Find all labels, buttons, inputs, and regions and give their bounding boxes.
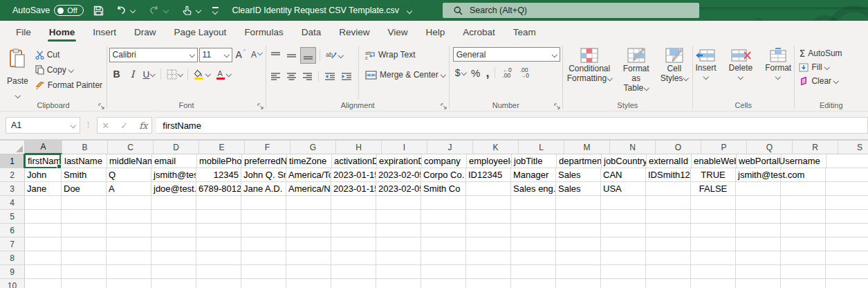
touch-mode-button[interactable] xyxy=(180,3,203,18)
format-cells-button[interactable]: Format xyxy=(761,46,795,99)
column-header-C[interactable]: C xyxy=(108,141,154,154)
cell-E1[interactable]: mobilePhone xyxy=(197,154,242,168)
cell-C8[interactable] xyxy=(107,251,151,265)
cell-Q1[interactable]: webPortalUsername xyxy=(737,154,782,168)
cell-I6[interactable] xyxy=(376,224,421,237)
row-header-9[interactable]: 9 xyxy=(0,265,25,279)
cell-O10[interactable] xyxy=(646,279,691,288)
cell-I9[interactable] xyxy=(376,265,421,279)
cell-C3[interactable]: A xyxy=(107,182,151,196)
cell-K9[interactable] xyxy=(466,265,511,279)
cell-P1[interactable]: enableWebPortal xyxy=(692,154,737,168)
cell-I5[interactable] xyxy=(376,210,421,224)
cell-F4[interactable] xyxy=(241,196,286,210)
tab-review[interactable]: Review xyxy=(330,21,378,43)
cell-C1[interactable]: middleName xyxy=(107,154,152,168)
cell-E10[interactable] xyxy=(196,279,241,288)
column-header-N[interactable]: N xyxy=(610,141,656,154)
conditional-formatting-button[interactable]: Conditional Formatting xyxy=(563,46,616,99)
decrease-font-button[interactable]: A xyxy=(249,47,264,62)
delete-cells-button[interactable]: Delete xyxy=(725,46,757,99)
cell-I4[interactable] xyxy=(376,196,421,210)
cell-P6[interactable] xyxy=(691,224,736,237)
cell-N4[interactable] xyxy=(601,196,646,210)
orientation-button[interactable]: ab xyxy=(324,48,345,63)
cell-P9[interactable] xyxy=(691,265,736,279)
cell-I2[interactable]: 2023-02-05 xyxy=(376,168,421,182)
cell-S7[interactable] xyxy=(826,237,868,251)
fill-color-button[interactable] xyxy=(192,66,212,82)
cell-H5[interactable] xyxy=(331,210,376,224)
align-bottom-button[interactable] xyxy=(300,47,316,64)
cell-A5[interactable] xyxy=(25,210,62,224)
align-center-button[interactable] xyxy=(284,69,299,84)
font-dialog-launcher[interactable] xyxy=(257,103,264,109)
cell-O7[interactable] xyxy=(646,237,691,251)
column-header-A[interactable]: A xyxy=(25,141,62,154)
cell-O4[interactable] xyxy=(646,196,691,210)
cell-H4[interactable] xyxy=(331,196,376,210)
bold-button[interactable]: B xyxy=(109,66,124,82)
clear-button[interactable]: Clear xyxy=(799,74,866,88)
document-title[interactable]: ClearID Identity Request CSV Template.cs… xyxy=(207,0,436,21)
cell-G10[interactable] xyxy=(286,279,331,288)
column-header-G[interactable]: G xyxy=(290,141,336,154)
cell-styles-button[interactable]: Cell Styles xyxy=(656,46,692,99)
align-right-button[interactable] xyxy=(300,69,315,84)
tab-view[interactable]: View xyxy=(378,21,416,43)
cell-I10[interactable] xyxy=(376,279,421,288)
cell-Q9[interactable] xyxy=(736,265,781,279)
cell-H6[interactable] xyxy=(331,224,376,237)
cell-G1[interactable]: timeZone xyxy=(287,154,332,168)
cell-J7[interactable] xyxy=(421,237,466,251)
paste-button[interactable]: Paste xyxy=(2,46,33,99)
cell-R9[interactable] xyxy=(781,265,826,279)
underline-button[interactable]: U xyxy=(141,66,157,82)
cell-J4[interactable] xyxy=(421,196,466,210)
cell-S8[interactable] xyxy=(826,251,868,265)
cell-M1[interactable]: department xyxy=(557,154,602,168)
font-color-button[interactable]: A xyxy=(214,66,233,82)
column-header-B[interactable]: B xyxy=(62,141,108,154)
column-header-R[interactable]: R xyxy=(793,141,838,154)
cell-F2[interactable]: John Q. Smith xyxy=(241,168,286,182)
tab-page-layout[interactable]: Page Layout xyxy=(165,21,236,43)
cell-A8[interactable] xyxy=(25,251,62,265)
cell-G8[interactable] xyxy=(286,251,331,265)
cell-L3[interactable]: Sales eng. xyxy=(511,182,556,196)
cell-O9[interactable] xyxy=(646,265,691,279)
select-all-corner[interactable] xyxy=(0,141,25,154)
cell-M7[interactable] xyxy=(556,237,601,251)
cell-H3[interactable]: 2023-01-15 xyxy=(331,182,376,196)
row-header-6[interactable]: 6 xyxy=(0,224,25,237)
column-header-M[interactable]: M xyxy=(564,141,610,154)
row-header-1[interactable]: 1 xyxy=(0,154,26,168)
enter-button[interactable]: ✓ xyxy=(120,120,128,131)
clipboard-dialog-launcher[interactable] xyxy=(98,103,104,109)
cell-L8[interactable] xyxy=(511,251,556,265)
cell-K2[interactable]: ID12345 xyxy=(466,168,511,182)
tab-formulas[interactable]: Formulas xyxy=(235,21,292,43)
column-header-H[interactable]: H xyxy=(336,141,382,154)
row-header-10[interactable]: 10 xyxy=(0,279,25,288)
cell-O1[interactable]: externalId xyxy=(647,154,692,168)
column-header-E[interactable]: E xyxy=(199,141,245,154)
cell-C6[interactable] xyxy=(107,224,151,237)
borders-button[interactable] xyxy=(165,66,185,82)
cell-D6[interactable] xyxy=(151,224,196,237)
cell-L2[interactable]: Manager xyxy=(511,168,556,182)
cell-E2[interactable]: 12345 xyxy=(196,168,241,182)
column-header-J[interactable]: J xyxy=(427,141,473,154)
cell-D9[interactable] xyxy=(151,265,196,279)
cell-J6[interactable] xyxy=(421,224,466,237)
copy-button[interactable]: Copy xyxy=(33,62,104,78)
tab-data[interactable]: Data xyxy=(293,21,331,43)
insert-function-button[interactable]: fx xyxy=(139,120,147,131)
cell-J1[interactable]: company xyxy=(422,154,467,168)
cell-J10[interactable] xyxy=(421,279,466,288)
autosave-toggle[interactable]: AutoSave Off xyxy=(12,5,84,16)
cell-S4[interactable] xyxy=(826,196,868,210)
cell-M8[interactable] xyxy=(556,251,601,265)
cell-E9[interactable] xyxy=(196,265,241,279)
column-header-Q[interactable]: Q xyxy=(747,141,793,154)
